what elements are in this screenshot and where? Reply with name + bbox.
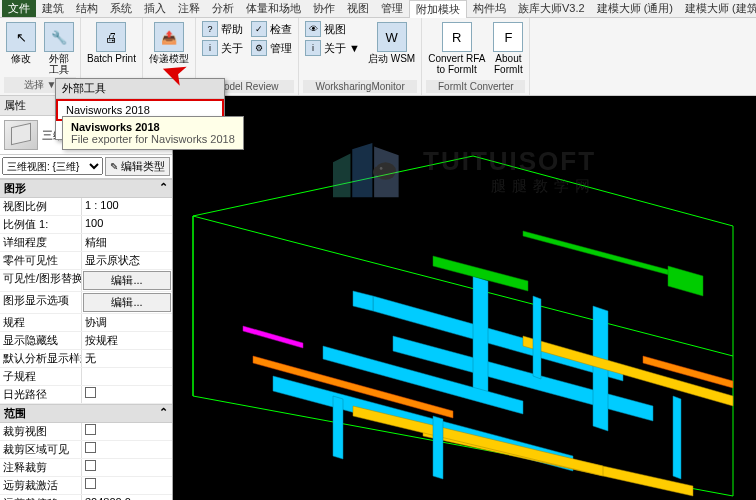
tab-struct[interactable]: 结构 — [70, 0, 104, 17]
tab-collab[interactable]: 协作 — [307, 0, 341, 17]
help-icon: ? — [202, 21, 218, 37]
info-icon: i — [305, 40, 321, 56]
disp-edit-button[interactable]: 编辑... — [83, 293, 171, 312]
tooltip-title: Navisworks 2018 — [71, 121, 235, 133]
help-button[interactable]: ?帮助 — [200, 20, 245, 38]
detail-value[interactable]: 精细 — [82, 234, 172, 251]
tab-addins[interactable]: 附加模块 — [409, 0, 467, 18]
panel-formit: RConvert RFA to FormIt FAbout FormIt For… — [422, 18, 530, 95]
edit-type-button[interactable]: ✎ 编辑类型 — [105, 157, 170, 176]
crop-checkbox[interactable] — [85, 424, 96, 435]
scale-value[interactable]: 1 : 100 — [82, 198, 172, 215]
launch-wsm-button[interactable]: W启动 WSM — [366, 20, 417, 66]
convert-icon: R — [442, 22, 472, 52]
panel-wsm-label: WorksharingMonitor — [303, 80, 417, 93]
formit-icon: F — [493, 22, 523, 52]
tab-view[interactable]: 视图 — [341, 0, 375, 17]
far-checkbox[interactable] — [85, 478, 96, 489]
vg-edit-button[interactable]: 编辑... — [83, 271, 171, 290]
panel-formit-label: FormIt Converter — [426, 80, 525, 93]
hidden-value[interactable]: 按规程 — [82, 332, 172, 349]
manage-button[interactable]: ⚙管理 — [249, 39, 294, 57]
faroff-value[interactable]: 304800.0 — [82, 495, 172, 500]
tools-icon: 🔧 — [44, 22, 74, 52]
info-icon: i — [202, 40, 218, 56]
tooltip-desc: File exporter for Navisworks 2018 — [71, 133, 235, 145]
tab-zkds[interactable]: 族库大师V3.2 — [512, 0, 591, 17]
properties-panel: 属性 三维视图 三维视图: {三维} ✎ 编辑类型 图形⌃ 视图比例1 : 10… — [0, 96, 173, 500]
tab-manage[interactable]: 管理 — [375, 0, 409, 17]
dropdown-header: 外部工具 — [56, 79, 224, 99]
tab-file[interactable]: 文件 — [2, 0, 36, 17]
section-graphics[interactable]: 图形⌃ — [0, 179, 172, 198]
tab-sys[interactable]: 系统 — [104, 0, 138, 17]
svg-point-0 — [375, 162, 396, 180]
modify-button[interactable]: ↖修改 — [4, 20, 38, 66]
cropvis-checkbox[interactable] — [85, 442, 96, 453]
sub-value[interactable] — [82, 368, 172, 385]
tab-mass[interactable]: 体量和场地 — [240, 0, 307, 17]
panel-wsm: 👁视图 i关于 ▼ W启动 WSM WorksharingMonitor — [299, 18, 422, 95]
send-icon: 📤 — [154, 22, 184, 52]
about-button[interactable]: i关于 — [200, 39, 245, 57]
anno-checkbox[interactable] — [85, 460, 96, 471]
scale-num-value[interactable]: 100 — [82, 216, 172, 233]
tab-analyze[interactable]: 分析 — [206, 0, 240, 17]
external-tools-button[interactable]: 🔧外部 工具 — [42, 20, 76, 77]
style-value[interactable]: 无 — [82, 350, 172, 367]
tab-jmds2[interactable]: 建模大师 (建筑) — [679, 0, 756, 17]
eye-icon: 👁 — [305, 21, 321, 37]
batch-print-button[interactable]: 🖨Batch Print — [85, 20, 138, 66]
tab-arch[interactable]: 建筑 — [36, 0, 70, 17]
about-formit-button[interactable]: FAbout FormIt — [491, 20, 525, 77]
tab-bar: 文件 建筑 结构 系统 插入 注释 分析 体量和场地 协作 视图 管理 附加模块… — [0, 0, 756, 18]
view-selector[interactable]: 三维视图: {三维} — [2, 157, 103, 175]
tab-insert[interactable]: 插入 — [138, 0, 172, 17]
watermark-logo-icon — [323, 136, 413, 206]
discipline-value[interactable]: 协调 — [82, 314, 172, 331]
convert-rfa-button[interactable]: RConvert RFA to FormIt — [426, 20, 487, 77]
gear-icon: ⚙ — [251, 40, 267, 56]
printer-icon: 🖨 — [96, 22, 126, 52]
wsm-view-button[interactable]: 👁视图 — [303, 20, 362, 38]
parts-value[interactable]: 显示原状态 — [82, 252, 172, 269]
tab-jmds1[interactable]: 建模大师 (通用) — [591, 0, 679, 17]
check-icon: ✓ — [251, 21, 267, 37]
wsm-about-button[interactable]: i关于 ▼ — [303, 39, 362, 57]
viewport-3d[interactable]: / 隔点 TUITUISOFT腿腿教学网 — [173, 96, 756, 500]
svg-point-1 — [380, 167, 383, 170]
cursor-icon: ↖ — [6, 22, 36, 52]
check-button[interactable]: ✓检查 — [249, 20, 294, 38]
tooltip: Navisworks 2018 File exporter for Navisw… — [62, 116, 244, 150]
wsm-icon: W — [377, 22, 407, 52]
sun-checkbox[interactable] — [85, 387, 96, 398]
view-cube-icon — [4, 120, 38, 150]
tab-annot[interactable]: 注释 — [172, 0, 206, 17]
property-grid: 图形⌃ 视图比例1 : 100 比例值 1:100 详细程度精细 零件可见性显示… — [0, 179, 172, 500]
section-extent[interactable]: 范围⌃ — [0, 404, 172, 423]
tab-gjw[interactable]: 构件坞 — [467, 0, 512, 17]
watermark: TUITUISOFT腿腿教学网 — [323, 136, 596, 206]
